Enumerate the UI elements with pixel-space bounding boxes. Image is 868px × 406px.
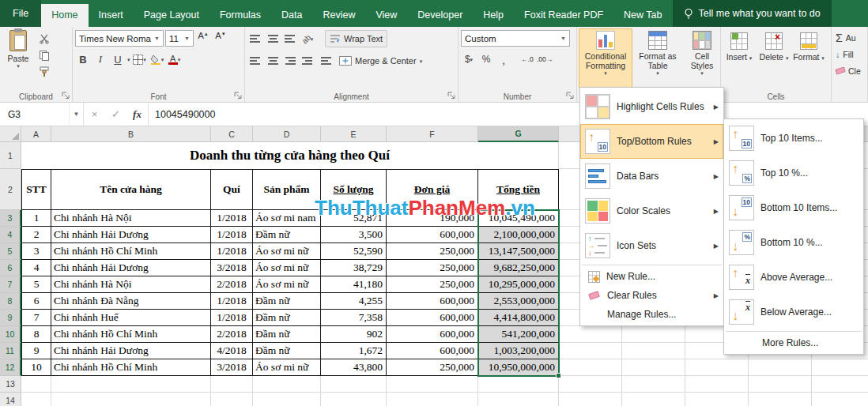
menu-item-color-scales[interactable]: Color Scales▶: [580, 194, 723, 228]
cell-product[interactable]: Đầm nữ: [253, 326, 321, 343]
column-header-f[interactable]: F: [387, 126, 478, 142]
cell-total[interactable]: 13,147,500,000: [478, 243, 559, 260]
menu-item-icon-sets[interactable]: ↑ → ↓ Icon Sets▶: [580, 228, 723, 263]
bold-button[interactable]: B: [75, 51, 91, 67]
cell-quarter[interactable]: 2/2018: [211, 326, 253, 343]
cell-qty[interactable]: 52,590: [321, 243, 387, 260]
cell-total[interactable]: 2,100,000,000: [478, 227, 559, 243]
ribbon-tab[interactable]: Formulas: [209, 4, 271, 27]
menu-item-top-bottom-rules[interactable]: ↑10 Top/Bottom Rules▶: [580, 124, 723, 159]
cell-total[interactable]: 1,003,200,000: [478, 343, 559, 359]
column-header-b[interactable]: B: [51, 126, 211, 142]
cell-total[interactable]: 541,200,000: [478, 326, 559, 343]
ribbon-tab[interactable]: Developer: [407, 4, 473, 27]
empty-cell[interactable]: [21, 393, 51, 406]
empty-cell[interactable]: [211, 393, 253, 406]
empty-cell[interactable]: [387, 393, 478, 406]
ribbon-tab[interactable]: Insert: [89, 4, 134, 27]
menu-item-new-rule[interactable]: New Rule...: [580, 267, 723, 286]
align-left-button[interactable]: [247, 53, 263, 69]
menu-item-bottom-10-percent[interactable]: ↓% Bottom 10 %...: [724, 225, 863, 260]
row-header-1[interactable]: 1: [0, 142, 21, 169]
cell-price[interactable]: 600,000: [387, 310, 478, 326]
name-box[interactable]: G3 ▼: [0, 103, 84, 126]
menu-item-top-10-items[interactable]: ↑10 Top 10 Items...: [724, 121, 863, 156]
cell-store[interactable]: Chi nhánh Đà Nẵng: [51, 293, 211, 310]
cell-stt[interactable]: 9: [21, 343, 51, 359]
menu-item-top-10-percent[interactable]: ↑% Top 10 %...: [724, 156, 863, 190]
ribbon-tab[interactable]: Page Layout: [134, 4, 209, 27]
select-all-button[interactable]: [0, 126, 21, 142]
empty-cell[interactable]: [478, 393, 559, 406]
number-format-combo[interactable]: Custom▼: [461, 30, 570, 47]
cell-quarter[interactable]: 2/2018: [211, 276, 253, 293]
cell-qty[interactable]: 3,500: [321, 227, 387, 243]
empty-cell[interactable]: [253, 376, 321, 393]
percent-style-button[interactable]: %: [478, 51, 494, 67]
cell-stt[interactable]: 1: [21, 210, 51, 227]
column-header-c[interactable]: C: [211, 126, 253, 142]
clipboard-dialog-launcher[interactable]: [62, 92, 70, 100]
cell-total[interactable]: 10,045,490,000: [478, 210, 559, 227]
cell-qty[interactable]: 38,729: [321, 260, 387, 276]
increase-font-size-button[interactable]: A▲: [195, 31, 211, 47]
ribbon-tab[interactable]: View: [365, 4, 407, 27]
empty-cell[interactable]: [51, 393, 211, 406]
comma-style-button[interactable]: ,: [496, 51, 511, 67]
cell-qty[interactable]: 43,800: [321, 359, 387, 376]
row-header[interactable]: 6: [0, 260, 21, 276]
paste-button[interactable]: Paste ▾: [0, 28, 36, 80]
row-header[interactable]: 11: [0, 343, 21, 359]
cell-product[interactable]: Đầm nữ: [253, 343, 321, 359]
top-align-button[interactable]: [247, 31, 263, 47]
empty-cell[interactable]: [321, 393, 387, 406]
menu-item-above-average[interactable]: ↑x Above Average...: [724, 260, 863, 295]
cell-price[interactable]: 600,000: [387, 293, 478, 310]
fill-button[interactable]: ↓Fill: [832, 46, 867, 62]
row-header[interactable]: 14: [0, 393, 21, 406]
cell-price[interactable]: 250,000: [387, 359, 478, 376]
cell-store[interactable]: Chi nhánh Hà Nội: [51, 276, 211, 293]
empty-cell[interactable]: [387, 376, 478, 393]
cell-product[interactable]: Áo sơ mi nữ: [253, 260, 321, 276]
cut-button[interactable]: [36, 31, 52, 47]
cell-quarter[interactable]: 3/2018: [211, 359, 253, 376]
cell-total[interactable]: 9,682,250,000: [478, 260, 559, 276]
italic-button[interactable]: I: [92, 51, 108, 67]
borders-button[interactable]: ▾: [132, 51, 148, 67]
empty-cell[interactable]: [211, 376, 253, 393]
format-painter-button[interactable]: [36, 64, 52, 80]
bottom-align-button[interactable]: [282, 31, 298, 47]
font-color-button[interactable]: A▾: [167, 51, 183, 67]
accounting-format-button[interactable]: $▾: [461, 51, 477, 67]
cell-total[interactable]: 4,414,800,000: [478, 310, 559, 326]
align-center-button[interactable]: [265, 53, 281, 69]
cell-quarter[interactable]: 1/2018: [211, 210, 253, 227]
name-box-dropdown[interactable]: ▼: [69, 103, 83, 126]
row-header-2[interactable]: 2: [0, 169, 21, 210]
cell-store[interactable]: Chi nhánh Hải Dương: [51, 260, 211, 276]
cell-price[interactable]: 600,000: [387, 343, 478, 359]
cell-stt[interactable]: 3: [21, 243, 51, 260]
header-cell-qty[interactable]: Số lượng: [321, 169, 387, 210]
cell-stt[interactable]: 7: [21, 310, 51, 326]
empty-cell[interactable]: [21, 376, 51, 393]
cell-qty[interactable]: 7,358: [321, 310, 387, 326]
cell-qty[interactable]: 902: [321, 326, 387, 343]
cell-price[interactable]: 600,000: [387, 227, 478, 243]
cell-product[interactable]: Áo sơ mi nữ: [253, 243, 321, 260]
cell-price[interactable]: 250,000: [387, 243, 478, 260]
cell-store[interactable]: Chi nhánh Hồ Chí Minh: [51, 243, 211, 260]
cell-quarter[interactable]: 1/2018: [211, 310, 253, 326]
cell-total[interactable]: 10,295,000,000: [478, 276, 559, 293]
column-header-a[interactable]: A: [21, 126, 51, 142]
ribbon-tab[interactable]: New Tab: [613, 4, 672, 27]
menu-item-manage-rules[interactable]: Manage Rules...: [580, 305, 723, 324]
ribbon-tab[interactable]: Help: [473, 4, 514, 27]
cell-qty[interactable]: 4,255: [321, 293, 387, 310]
cell-product[interactable]: Áo sơ mi nam: [253, 210, 321, 227]
enter-button[interactable]: ✓: [105, 103, 126, 126]
cell-qty[interactable]: 1,672: [321, 343, 387, 359]
header-cell-price[interactable]: Đơn giá: [387, 169, 478, 210]
font-size-combo[interactable]: 11▼: [165, 30, 194, 47]
